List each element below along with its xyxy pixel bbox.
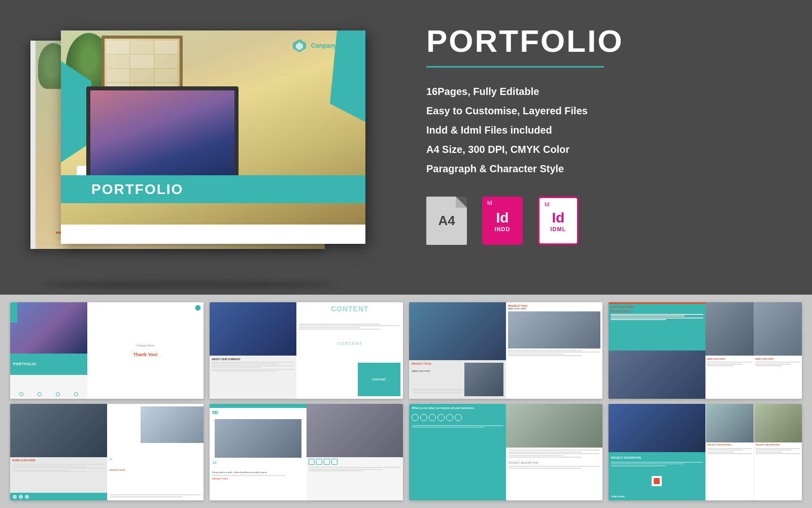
thumb4-right: NAME GOES HERE NAME GOES HERE (705, 302, 802, 399)
svg-point-4 (215, 411, 218, 414)
info-area: PORTFOLIO 16Pages, Fully Editable Easy t… (396, 0, 812, 295)
thumb5-quote: ❝ (110, 457, 112, 463)
line (611, 463, 684, 464)
thumb8-right-lines-2 (754, 448, 802, 455)
line (309, 467, 401, 468)
idml-letter: Id (552, 210, 565, 226)
line (12, 466, 86, 467)
thumb8-left: PROJECT DESCRIPTION COMES HERE (608, 404, 705, 500)
thumb8-right-half-2: PROJECT DESCRIPTION (754, 404, 802, 500)
feature-item-4: Paragraph & Character Style (426, 161, 782, 176)
line (611, 318, 703, 319)
indd-top-letter: Id (487, 200, 492, 206)
thumb5-photo (10, 404, 107, 457)
line (309, 469, 383, 470)
line-label: NAME GOES HERE (707, 357, 752, 361)
brochure-white-bottom (61, 225, 365, 244)
line (299, 329, 380, 330)
thumb3-content: PROJECT TITLE NAME GOES HERE PROJECT TIT… (409, 302, 602, 399)
line (412, 427, 485, 428)
thumb2-content-label: CONTENT (296, 305, 403, 313)
line (212, 475, 285, 476)
thumbnail-8: PROJECT DESCRIPTION COMES HERE PROJECT D (608, 404, 802, 500)
thumb7-more-lines (506, 466, 603, 469)
thumb7-icon-4 (437, 414, 445, 421)
thumb1-photo (10, 302, 87, 356)
top-section: www.companyinfo.com (0, 0, 812, 295)
thumb6-quote-big: ❝ (210, 458, 307, 471)
line (707, 364, 743, 365)
line (412, 425, 503, 426)
thumb8-right-title-1: PROJECT DESCRIPTION (706, 442, 754, 447)
thumb2-right: CONTENT CONTENT CONTENT (296, 302, 403, 399)
thumb2-text-area: ABOUT OUR COMPANY (210, 356, 296, 374)
thumbnail-4: NAME GOES HERE PROJECT TITLE NAME GO (608, 302, 802, 399)
indd-icon-shape: Id Id INDD (482, 197, 523, 245)
thumb6-project-title: PROJECT TITLE (210, 477, 307, 481)
thumb5-right-photo (141, 406, 204, 443)
thumb8-icon-box (652, 476, 662, 486)
shadow-tablet (41, 282, 335, 287)
thumb1-portfolio-text: PORTFOLIO (13, 362, 36, 366)
thumb7-icon-3 (429, 414, 436, 421)
thumb5-right: ❝ PROJECT TITLE (107, 404, 204, 500)
thumb8-right-half-1: PROJECT DESCRIPTION (705, 404, 754, 500)
thumb3-left: PROJECT TITLE NAME GOES HERE (409, 302, 506, 399)
portfolio-banner-text: PORTFOLIO (91, 181, 183, 198)
idml-top-letter: Id (545, 201, 550, 207)
thumb8-left-description: PROJECT DESCRIPTION (608, 455, 705, 461)
icon-circle (19, 495, 23, 499)
thumb4-project-title: PROJECT TITLE (608, 310, 705, 313)
thumb6-icon-area (210, 408, 307, 417)
line (212, 363, 278, 364)
indd-sublabel: INDD (495, 226, 511, 232)
title-underline (426, 66, 604, 68)
line (12, 464, 105, 465)
thumb6-photo (215, 419, 301, 458)
thumb8-content: PROJECT DESCRIPTION COMES HERE PROJECT D (608, 404, 802, 500)
thumb6-right (307, 404, 403, 500)
line (755, 365, 783, 366)
thumb7-bottom-lines (409, 423, 506, 430)
thumb4-name-goes: NAME GOES HERE (608, 304, 705, 310)
thumb6-icon-sm-4 (331, 459, 337, 465)
line (299, 324, 380, 325)
thumb5-title: NAME GOES HERE (10, 457, 107, 463)
company-logo-area: Conpany Name (292, 38, 355, 53)
thumb8-right-title-2: PROJECT DESCRIPTION (754, 442, 802, 447)
line (707, 452, 734, 453)
line (509, 450, 600, 451)
line (756, 448, 800, 449)
line (755, 362, 800, 363)
thumb8-bottom-title: COMES HERE (611, 495, 625, 498)
line (611, 462, 703, 463)
line (508, 354, 564, 355)
thumb3-subtitle-l: NAME GOES HERE (412, 370, 430, 372)
thumb4-right-lines-2: NAME GOES HERE (754, 356, 802, 368)
thumb1-icons-row (10, 392, 87, 396)
thumb1-icon-dot-2 (38, 392, 42, 396)
thumb5-left-lines (10, 464, 107, 472)
thumb8-right-photo-1 (706, 404, 754, 442)
line (212, 370, 278, 371)
thumb5-project-title: PROJECT TITLE (110, 469, 125, 471)
thumb2-heading: ABOUT OUR COMPANY (212, 358, 294, 361)
line (508, 352, 601, 353)
thumb7-icon-6 (455, 414, 462, 421)
line (508, 355, 582, 356)
thumb2-lines-right (299, 323, 400, 331)
company-name: Conpany Name (311, 42, 355, 49)
line (707, 448, 752, 449)
thumb6-icon-row (307, 457, 403, 466)
thumb7-icons-grid (409, 412, 506, 423)
thumb4-right-lines-1: NAME GOES HERE (705, 356, 754, 368)
thumb2-content: ABOUT OUR COMPANY CONTENT CONTENT (210, 302, 403, 399)
thumb1-teal-shape (10, 302, 17, 323)
line (212, 365, 294, 366)
feature-item-3: A4 Size, 300 DPI, CMYK Color (426, 142, 782, 157)
a4-label: A4 (438, 213, 455, 229)
thumb3-title-l: PROJECT TITLE (412, 362, 431, 365)
thumbnail-3: PROJECT TITLE NAME GOES HERE PROJECT TIT… (409, 302, 602, 399)
line (508, 350, 582, 351)
thumb6-icon-sm-2 (316, 459, 322, 465)
